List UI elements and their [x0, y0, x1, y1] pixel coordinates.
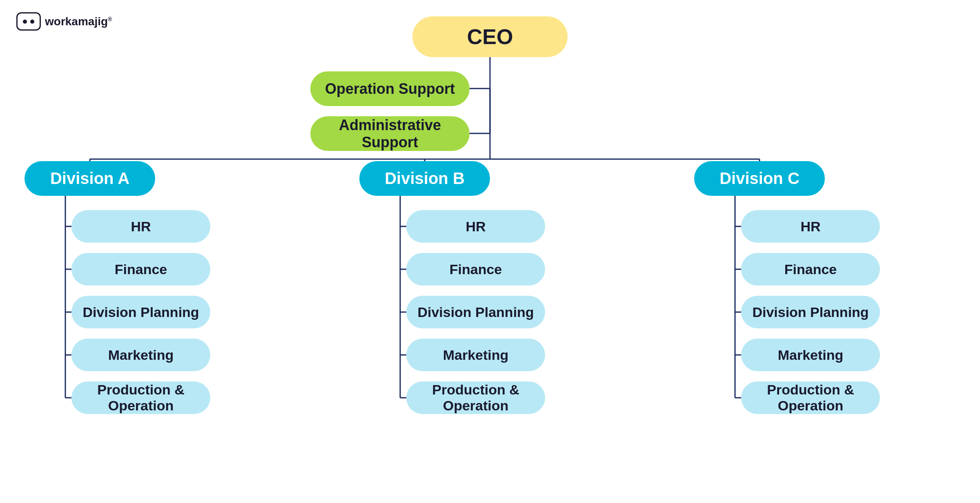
- op-support-node: Operation Support: [310, 71, 470, 106]
- op-support-label: Operation Support: [325, 80, 455, 97]
- div-c-marketing-node: Marketing: [741, 339, 880, 371]
- div-b-hr-label: HR: [466, 219, 486, 235]
- div-c-hr-node: HR: [741, 210, 880, 243]
- div-c-prod-label: Production & Operation: [741, 382, 880, 414]
- div-b-dp-label: Division Planning: [417, 304, 534, 320]
- div-c-hr-label: HR: [800, 219, 820, 235]
- connectors: [0, 0, 980, 503]
- div-a-hr-node: HR: [71, 210, 210, 243]
- div-c-dp-label: Division Planning: [752, 304, 869, 320]
- division-c-node: Division C: [694, 161, 825, 196]
- logo: workamajig®: [16, 12, 112, 31]
- div-a-marketing-label: Marketing: [108, 347, 174, 363]
- logo-dot-left: [23, 20, 27, 24]
- division-b-node: Division B: [359, 161, 490, 196]
- div-c-dp-node: Division Planning: [741, 296, 880, 328]
- div-a-finance-label: Finance: [115, 261, 167, 277]
- div-a-dp-node: Division Planning: [71, 296, 210, 328]
- division-b-label: Division B: [385, 169, 465, 188]
- div-b-marketing-label: Marketing: [443, 347, 509, 363]
- div-a-dp-label: Division Planning: [82, 304, 199, 320]
- logo-dot-right: [30, 20, 34, 24]
- div-c-finance-node: Finance: [741, 253, 880, 286]
- div-a-hr-label: HR: [131, 219, 151, 235]
- division-a-label: Division A: [50, 169, 129, 188]
- div-c-marketing-label: Marketing: [778, 347, 844, 363]
- admin-support-node: Administrative Support: [310, 116, 470, 151]
- ceo-label: CEO: [467, 24, 513, 49]
- div-b-prod-label: Production & Operation: [406, 382, 545, 414]
- div-c-prod-node: Production & Operation: [741, 381, 880, 414]
- div-b-hr-node: HR: [406, 210, 545, 243]
- div-a-prod-node: Production & Operation: [71, 381, 210, 414]
- div-a-prod-label: Production & Operation: [71, 382, 210, 414]
- division-c-label: Division C: [719, 169, 800, 188]
- logo-icon: [16, 12, 41, 31]
- div-b-finance-node: Finance: [406, 253, 545, 286]
- div-b-prod-node: Production & Operation: [406, 381, 545, 414]
- div-a-marketing-node: Marketing: [71, 339, 210, 371]
- div-a-finance-node: Finance: [71, 253, 210, 286]
- logo-text: workamajig®: [45, 15, 112, 28]
- ceo-node: CEO: [412, 16, 568, 57]
- admin-support-label: Administrative Support: [310, 117, 470, 151]
- div-c-finance-label: Finance: [784, 261, 837, 277]
- div-b-dp-node: Division Planning: [406, 296, 545, 328]
- div-b-finance-label: Finance: [450, 261, 502, 277]
- div-b-marketing-node: Marketing: [406, 339, 545, 371]
- division-a-node: Division A: [24, 161, 155, 196]
